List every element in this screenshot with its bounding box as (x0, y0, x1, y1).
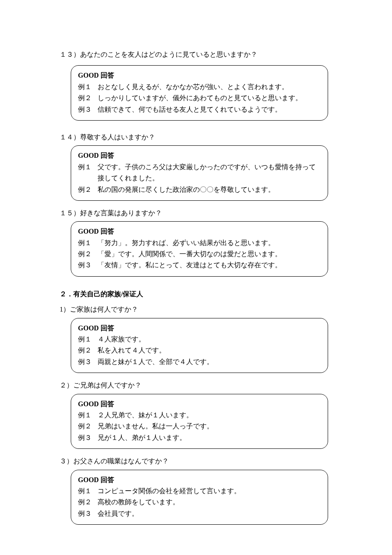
answer-box-13: GOOD 回答 例１ おとなしく見えるが、なかなか芯が強い、とよく言われます。 … (71, 65, 328, 121)
example-text: コンピュータ関係の会社を経営して言います。 (98, 486, 321, 497)
good-header: GOOD 回答 (78, 150, 321, 161)
example-text: 「努力」。努力すれば、必ずいい結果が出ると思います。 (98, 237, 321, 249)
example-line: 例２ 私の国の発展に尽くした政治家の〇〇を尊敬しています。 (78, 184, 321, 195)
example-line: 例２ しっかりしていますが、儀外にあわてものと見ていると思います。 (78, 92, 321, 104)
example-label: 例３ (78, 260, 92, 271)
example-text: 「友情」です。私にとって、友達はとても大切な存在です。 (98, 260, 321, 271)
example-label: 例２ (78, 249, 92, 260)
example-line: 例３ 「友情」です。私にとって、友達はとても大切な存在です。 (78, 260, 321, 271)
example-label: 例３ (78, 356, 92, 367)
example-text: 高校の教師をしています。 (98, 497, 321, 508)
example-line: 例１ 父です。子供のころ父は大変厳しかったのですが、いつも愛情を持って接してくれ… (78, 162, 321, 184)
example-text: おとなしく見えるが、なかなか芯が強い、とよく言われます。 (98, 81, 321, 92)
question-13: １３）あなたのことを友人はどのように見ていると思いますか？ GOOD 回答 例１… (64, 49, 328, 121)
answer-box-s2-3: GOOD 回答 例１ コンピュータ関係の会社を経営して言います。 例２ 高校の教… (71, 470, 328, 525)
example-text: 私を入れて４人です。 (98, 345, 321, 356)
example-label: 例１ (78, 486, 92, 497)
example-label: 例１ (78, 410, 92, 421)
answer-box-s2-2: GOOD 回答 例１ ２人兄弟で、妹が１人います。 例２ 兄弟はいません。私は一… (71, 394, 328, 449)
example-text: 信頼できて、何でも話せる友人と見てくれているようです。 (98, 104, 321, 115)
example-text: 会社員です。 (98, 508, 321, 519)
example-line: 例１ ４人家族です。 (78, 334, 321, 345)
example-label: 例２ (78, 92, 92, 104)
example-text: 兄が１人、弟が１人います。 (98, 432, 321, 443)
question-s2-1: 1）ご家族は何人ですか？ GOOD 回答 例１ ４人家族です。 例２ 私を入れて… (64, 304, 328, 373)
example-label: 例３ (78, 508, 92, 519)
example-text: しっかりしていますが、儀外にあわてものと見ていると思います。 (98, 92, 321, 104)
question-s2-2-text: ２）ご兄弟は何人ですか？ (60, 380, 328, 391)
question-s2-3-text: ３）お父さんの職業はなんですか？ (60, 456, 328, 467)
example-line: 例２ 「愛」です。人間関係で、一番大切なのは愛だと思います。 (78, 249, 321, 260)
example-line: 例１ ２人兄弟で、妹が１人います。 (78, 410, 321, 421)
example-line: 例３ 信頼できて、何でも話せる友人と見てくれているようです。 (78, 104, 321, 115)
example-text: ２人兄弟で、妹が１人います。 (98, 410, 321, 421)
example-line: 例３ 兄が１人、弟が１人います。 (78, 432, 321, 443)
question-15: １５）好きな言葉はありますか？ GOOD 回答 例１ 「努力」。努力すれば、必ず… (64, 208, 328, 277)
example-line: 例３ 会社員です。 (78, 508, 321, 519)
example-label: 例１ (78, 162, 92, 184)
example-line: 例３ 両親と妹が１人で、全部で４人です。 (78, 356, 321, 367)
good-header: GOOD 回答 (78, 70, 321, 81)
good-header: GOOD 回答 (78, 226, 321, 237)
example-text: 両親と妹が１人で、全部で４人です。 (98, 356, 321, 367)
good-header: GOOD 回答 (78, 399, 321, 410)
good-header: GOOD 回答 (78, 474, 321, 486)
example-label: 例３ (78, 432, 92, 443)
example-text: 父です。子供のころ父は大変厳しかったのですが、いつも愛情を持って接してくれました… (98, 162, 321, 184)
example-text: 兄弟はいません。私は一人っ子です。 (98, 421, 321, 432)
answer-box-s2-1: GOOD 回答 例１ ４人家族です。 例２ 私を入れて４人です。 例３ 両親と妹… (71, 318, 328, 373)
example-line: 例２ 私を入れて４人です。 (78, 345, 321, 356)
example-text: 私の国の発展に尽くした政治家の〇〇を尊敬しています。 (98, 184, 321, 195)
example-text: ４人家族です。 (98, 334, 321, 345)
example-line: 例２ 兄弟はいません。私は一人っ子です。 (78, 421, 321, 432)
example-label: 例１ (78, 334, 92, 345)
question-s2-1-text: 1）ご家族は何人ですか？ (60, 304, 328, 315)
answer-box-14: GOOD 回答 例１ 父です。子供のころ父は大変厳しかったのですが、いつも愛情を… (71, 145, 328, 201)
question-s2-3: ３）お父さんの職業はなんですか？ GOOD 回答 例１ コンピュータ関係の会社を… (64, 456, 328, 525)
answer-box-15: GOOD 回答 例１ 「努力」。努力すれば、必ずいい結果が出ると思います。 例２… (71, 221, 328, 277)
question-15-text: １５）好きな言葉はありますか？ (60, 208, 328, 219)
example-label: 例２ (78, 345, 92, 356)
question-13-text: １３）あなたのことを友人はどのように見ていると思いますか？ (60, 49, 328, 60)
example-label: 例２ (78, 421, 92, 432)
example-line: 例１ おとなしく見えるが、なかなか芯が強い、とよく言われます。 (78, 81, 321, 92)
example-label: 例２ (78, 497, 92, 508)
example-text: 「愛」です。人間関係で、一番大切なのは愛だと思います。 (98, 249, 321, 260)
section-2-title: ２．有关自己的家族/保证人 (60, 289, 328, 300)
example-line: 例１ コンピュータ関係の会社を経営して言います。 (78, 486, 321, 497)
example-line: 例１ 「努力」。努力すれば、必ずいい結果が出ると思います。 (78, 237, 321, 249)
example-label: 例３ (78, 104, 92, 115)
good-header: GOOD 回答 (78, 323, 321, 334)
example-label: 例１ (78, 81, 92, 92)
question-s2-2: ２）ご兄弟は何人ですか？ GOOD 回答 例１ ２人兄弟で、妹が１人います。 例… (64, 380, 328, 449)
example-line: 例２ 高校の教師をしています。 (78, 497, 321, 508)
example-label: 例２ (78, 184, 92, 195)
example-label: 例１ (78, 237, 92, 249)
question-14-text: １４）尊敬する人はいますか？ (60, 132, 328, 143)
question-14: １４）尊敬する人はいますか？ GOOD 回答 例１ 父です。子供のころ父は大変厳… (64, 132, 328, 201)
